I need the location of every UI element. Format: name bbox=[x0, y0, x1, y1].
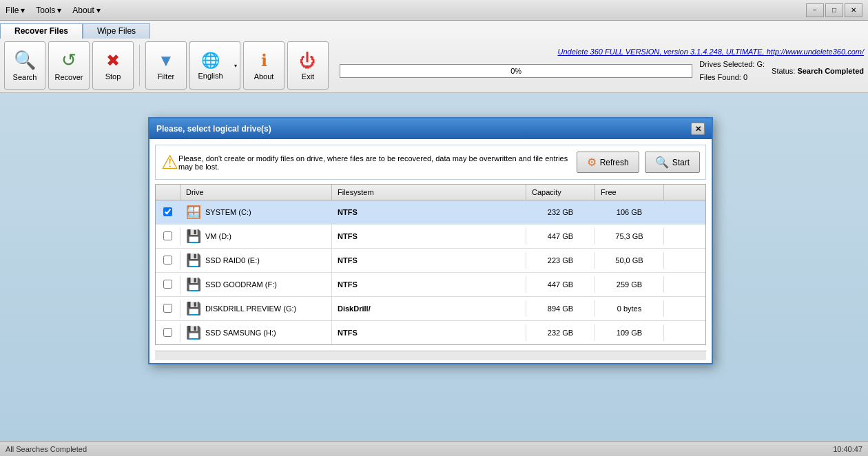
row-free-5: 109 GB bbox=[595, 324, 664, 341]
row-free-3: 259 GB bbox=[595, 276, 664, 293]
table-row: 💾 SSD SAMSUNG (H:) NTFS 232 GB 109 GB bbox=[156, 321, 705, 344]
dialog-warning-bar: ⚠ Please, don't create or modify files o… bbox=[155, 145, 706, 180]
dialog-action-buttons: ⚙ Refresh 🔍 Start bbox=[577, 152, 700, 173]
row-extra-5 bbox=[664, 329, 705, 337]
tab-wipe-files[interactable]: Wipe Files bbox=[83, 23, 150, 39]
main-toolbar: Recover Files Wipe Files 🔍 Search ↺ Reco… bbox=[0, 21, 868, 93]
row-checkbox-5[interactable] bbox=[156, 324, 180, 342]
row-fs-4: DiskDrill/ bbox=[332, 300, 526, 317]
progress-bar: 0% bbox=[340, 64, 692, 78]
refresh-label: Refresh bbox=[600, 158, 629, 167]
row-capacity-1: 447 GB bbox=[526, 228, 595, 245]
drive-checkbox-1[interactable] bbox=[163, 231, 172, 240]
row-extra-1 bbox=[664, 232, 705, 240]
close-button[interactable]: ✕ bbox=[845, 3, 862, 17]
recover-label: Recover bbox=[55, 73, 83, 81]
menu-file[interactable]: File ▾ bbox=[6, 6, 25, 15]
status-row: 0% Drives Selected: G: Files Found: 0 St… bbox=[340, 58, 864, 83]
drives-table: Drive Filesystem Capacity Free 🪟 SYSTEM … bbox=[155, 184, 706, 345]
filter-icon: ▼ bbox=[158, 51, 174, 70]
drive-checkbox-0[interactable] bbox=[163, 207, 172, 216]
start-label: Start bbox=[672, 158, 690, 167]
drive-checkbox-5[interactable] bbox=[163, 328, 172, 337]
menu-bar: File ▾ Tools ▾ About ▾ bbox=[6, 6, 101, 15]
version-link-area: Undelete 360 FULL VERSION, version 3.1.4… bbox=[340, 47, 864, 56]
row-checkbox-0[interactable] bbox=[156, 203, 180, 222]
recover-button[interactable]: ↺ Recover bbox=[48, 41, 90, 90]
row-extra-3 bbox=[664, 280, 705, 289]
row-checkbox-3[interactable] bbox=[156, 276, 180, 294]
col-capacity: Capacity bbox=[526, 185, 595, 200]
windows-drive-icon-0: 🪟 bbox=[186, 205, 201, 220]
files-found: Files Found: 0 bbox=[699, 71, 765, 84]
tab-recover-files[interactable]: Recover Files bbox=[0, 23, 83, 39]
start-button[interactable]: 🔍 Start bbox=[645, 152, 700, 173]
drives-selected: Drives Selected: G: bbox=[699, 58, 765, 71]
exit-icon: ⏻ bbox=[300, 51, 316, 70]
row-capacity-5: 232 GB bbox=[526, 324, 595, 341]
restore-button[interactable]: □ bbox=[825, 3, 843, 17]
warning-icon: ⚠ bbox=[161, 151, 178, 174]
hdd-icon-2: 💾 bbox=[186, 253, 201, 268]
drive-checkbox-3[interactable] bbox=[163, 280, 172, 289]
table-row: 🪟 SYSTEM (C:) NTFS 232 GB 106 GB bbox=[156, 200, 705, 225]
version-link[interactable]: Undelete 360 FULL VERSION, version 3.1.4… bbox=[557, 48, 864, 56]
table-row: 💾 DISKDRILL PREVIEW (G:) DiskDrill/ 894 … bbox=[156, 297, 705, 321]
row-checkbox-2[interactable] bbox=[156, 251, 180, 270]
dialog-scrollbar[interactable] bbox=[155, 351, 706, 360]
toolbar-tabs: Recover Files Wipe Files bbox=[0, 21, 868, 39]
bottom-status-text: All Searches Completed bbox=[6, 445, 87, 453]
row-extra-0 bbox=[664, 208, 705, 216]
row-capacity-4: 894 GB bbox=[526, 300, 595, 317]
row-drive-1: 💾 VM (D:) bbox=[180, 225, 332, 248]
english-label: English bbox=[198, 72, 223, 80]
col-checkbox bbox=[156, 185, 180, 200]
drive-cell-0: 🪟 SYSTEM (C:) bbox=[186, 205, 326, 220]
hdd-icon-1: 💾 bbox=[186, 229, 201, 244]
minimize-button[interactable]: − bbox=[806, 3, 824, 17]
bottom-time: 10:40:47 bbox=[833, 445, 862, 453]
search-button[interactable]: 🔍 Search bbox=[4, 41, 45, 90]
row-extra-2 bbox=[664, 256, 705, 265]
language-icon: 🌐 bbox=[201, 52, 220, 70]
menu-tools[interactable]: Tools ▾ bbox=[36, 6, 61, 15]
col-filesystem: Filesystem bbox=[332, 185, 526, 200]
table-row: 💾 VM (D:) NTFS 447 GB 75,3 GB bbox=[156, 225, 705, 249]
row-drive-0: 🪟 SYSTEM (C:) bbox=[180, 200, 332, 224]
filter-button[interactable]: ▼ Filter bbox=[145, 41, 187, 90]
table-row: 💾 SSD RAID0 (E:) NTFS 223 GB 50,0 GB bbox=[156, 249, 705, 273]
status-value: Search Completed bbox=[797, 67, 864, 75]
row-capacity-0: 232 GB bbox=[526, 204, 595, 220]
progress-text: 0% bbox=[510, 67, 521, 75]
about-button[interactable]: ℹ About bbox=[243, 41, 285, 90]
menu-about[interactable]: About ▾ bbox=[72, 6, 100, 15]
drive-checkbox-2[interactable] bbox=[163, 256, 172, 265]
row-drive-5: 💾 SSD SAMSUNG (H:) bbox=[180, 321, 332, 344]
recover-icon: ↺ bbox=[61, 50, 76, 71]
stop-button[interactable]: ✖ Stop bbox=[92, 41, 134, 90]
col-drive: Drive bbox=[180, 185, 332, 200]
drive-cell-3: 💾 SSD GOODRAM (F:) bbox=[186, 277, 326, 292]
hdd-icon-4: 💾 bbox=[186, 301, 201, 316]
drive-cell-1: 💾 VM (D:) bbox=[186, 229, 326, 244]
refresh-icon: ⚙ bbox=[587, 156, 597, 169]
window-controls: − □ ✕ bbox=[806, 3, 862, 17]
toolbar-buttons: 🔍 Search ↺ Recover ✖ Stop ▼ Filter 🌐 Eng… bbox=[0, 39, 868, 92]
bottom-bar: All Searches Completed 10:40:47 bbox=[0, 441, 868, 456]
status-label: Status: bbox=[772, 67, 795, 75]
refresh-button[interactable]: ⚙ Refresh bbox=[577, 152, 639, 173]
hdd-icon-5: 💾 bbox=[186, 325, 201, 340]
exit-button[interactable]: ⏻ Exit bbox=[287, 41, 329, 90]
drive-cell-4: 💾 DISKDRILL PREVIEW (G:) bbox=[186, 301, 326, 316]
row-checkbox-1[interactable] bbox=[156, 227, 180, 246]
english-dropdown-arrow[interactable]: ▾ bbox=[231, 41, 240, 90]
separator-1 bbox=[139, 45, 140, 86]
dialog-close-button[interactable]: ✕ bbox=[691, 123, 705, 135]
row-fs-5: NTFS bbox=[332, 324, 526, 341]
row-checkbox-4[interactable] bbox=[156, 300, 180, 318]
exit-label: Exit bbox=[302, 72, 314, 81]
start-icon: 🔍 bbox=[655, 156, 669, 169]
hdd-icon-3: 💾 bbox=[186, 277, 201, 292]
drive-checkbox-4[interactable] bbox=[163, 304, 172, 313]
english-button[interactable]: 🌐 English bbox=[189, 41, 231, 90]
